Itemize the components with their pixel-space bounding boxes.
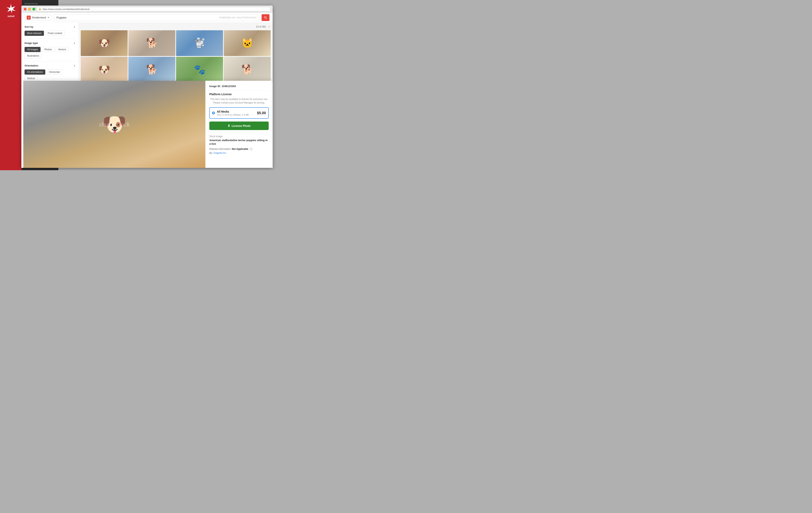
next-page-arrow-icon[interactable]: → [267,25,271,29]
detail-overlay: 🐶 shutterstock Image ID: 1048123303 Plat… [79,81,273,168]
orientation-vertical-btn[interactable]: Vertical [25,76,37,81]
sort-by-section: Sort by ∧ Most relevant Fresh content [25,23,76,39]
detail-image-id: Image ID: 1048123303 [209,85,269,88]
image-cell-4[interactable]: 🐱 [224,30,271,56]
detail-stock-label: Stock image: [209,135,269,138]
image-type-section: Image type ∧ All images Photos Vectors I… [25,39,76,61]
detail-option-size: 2511 X 1670 px (300dpi), 2.8 MB [217,114,255,116]
detail-image-area: 🐶 shutterstock [79,81,205,168]
image-cell-5[interactable]: 🐶 [81,57,127,83]
address-bar[interactable]: 🔒 https://www.solodev.com/dashboard/shut… [37,7,270,11]
image-type-illustrations-btn[interactable]: Illustrations [25,53,42,58]
image-id-label: Image ID: [209,85,221,88]
ss-provider-name: Shutterstock [32,16,46,19]
sort-by-header: Sort by ∧ [25,25,76,28]
license-photo-button[interactable]: ⬇ License Photo [209,121,269,130]
image-id-value: 1048123303 [222,85,236,88]
workspace-label: WORKSPACE [25,3,56,5]
orientation-all-btn[interactable]: All orientations [25,69,45,75]
image-cell-6[interactable]: 🐕 [128,57,175,83]
detail-license-desc: This item may be available to license fo… [209,97,269,105]
orientation-section: Orientation ∧ All orientations Horizonta… [25,61,76,84]
results-count: 10 of 381 [256,25,266,28]
browser-chrome: 🔒 https://www.solodev.com/dashboard/shut… [21,5,273,13]
sort-most-relevant-btn[interactable]: Most relevant [25,31,44,36]
ss-header: S Shutterstock ▼ POWERED BY SHUTTERSTOCK [21,13,273,23]
image-type-header: Image type ∧ [25,41,76,45]
orientation-header: Orientation ∧ [25,64,76,67]
orientation-title: Orientation [25,64,38,67]
orientation-options: All orientations Horizontal Vertical [25,69,76,81]
sort-by-options: Most relevant Fresh content [25,31,76,36]
image-type-photos-btn[interactable]: Photos [42,47,54,52]
solodev-text: solod [7,15,14,18]
solodev-logo: solod [0,0,22,18]
detail-info-panel: Image ID: 1048123303 Platform License Th… [205,81,273,168]
images-toolbar: 10 of 381 → [81,25,271,29]
detail-option-price: $5.00 [257,111,266,115]
orientation-horizontal-btn[interactable]: Horizontal [47,69,62,75]
close-button[interactable] [24,8,27,10]
image-type-title: Image type [25,41,38,45]
detail-release-info: Release information: Not Applicable ? [209,148,269,150]
svg-point-1 [264,16,266,18]
release-label: Release information: [209,148,231,150]
svg-line-2 [266,18,267,19]
sort-by-chevron-icon[interactable]: ∧ [74,26,76,28]
ss-provider-selector[interactable]: S Shutterstock ▼ [25,15,52,21]
ss-logo-icon: S [27,16,31,20]
detail-option-name: All Media [217,110,255,113]
license-download-icon: ⬇ [228,124,230,127]
detail-by: By: Grigorita Ko [209,151,269,154]
search-icon [264,16,267,19]
detail-option-text: All Media 2511 X 1670 px (300dpi), 2.8 M… [217,110,255,116]
license-btn-label: License Photo [232,124,251,127]
detail-divider-1 [209,90,269,91]
browser-window: 🔒 https://www.solodev.com/dashboard/shut… [21,5,273,168]
images-panel: 10 of 381 → 🐶 🐕 🐩 🐱 🐶 [79,23,273,168]
detail-option-radio [212,112,215,114]
image-type-vectors-btn[interactable]: Vectors [56,47,69,52]
maximize-button[interactable] [32,8,35,10]
image-cell-2[interactable]: 🐕 [128,30,175,56]
image-cell-3[interactable]: 🐩 [176,30,223,56]
minimize-button[interactable] [28,8,31,10]
detail-license-title: Platform License [209,93,269,96]
ss-search-bar: POWERED BY SHUTTERSTOCK [54,14,259,21]
image-type-chevron-icon[interactable]: ∧ [74,42,76,45]
ss-search-button[interactable] [262,14,269,21]
detail-stock-title: American staffordshire terrier puppies s… [209,139,269,146]
sort-fresh-content-btn[interactable]: Fresh content [45,31,65,36]
image-type-options: All images Photos Vectors Illustrations [25,47,76,58]
ss-search-input[interactable] [56,16,218,19]
orientation-chevron-icon[interactable]: ∧ [74,64,76,67]
image-cell-7[interactable]: 🐾 [176,57,223,83]
release-help-icon[interactable]: ? [250,148,253,150]
release-value: Not Applicable [232,148,248,150]
sort-by-title: Sort by [25,25,33,28]
browser-security-icon: 🔒 [38,8,41,10]
by-author-link[interactable]: Grigorita Ko [213,151,226,154]
detail-license-option[interactable]: All Media 2511 X 1670 px (300dpi), 2.8 M… [209,107,269,119]
address-bar-url: https://www.solodev.com/dashboard/shutte… [42,8,90,10]
solodev-branding: solod [0,0,22,170]
ss-dropdown-icon: ▼ [47,17,49,19]
ss-powered-by: POWERED BY SHUTTERSTOCK [219,17,257,19]
main-content: Sort by ∧ Most relevant Fresh content Im… [21,23,273,168]
image-cell-8[interactable]: 🐕 [224,57,271,83]
image-cell-1[interactable]: 🐶 [81,30,127,56]
solodev-star-icon [6,4,16,14]
image-type-all-btn[interactable]: All images [25,47,40,52]
by-label: By: [209,151,213,154]
